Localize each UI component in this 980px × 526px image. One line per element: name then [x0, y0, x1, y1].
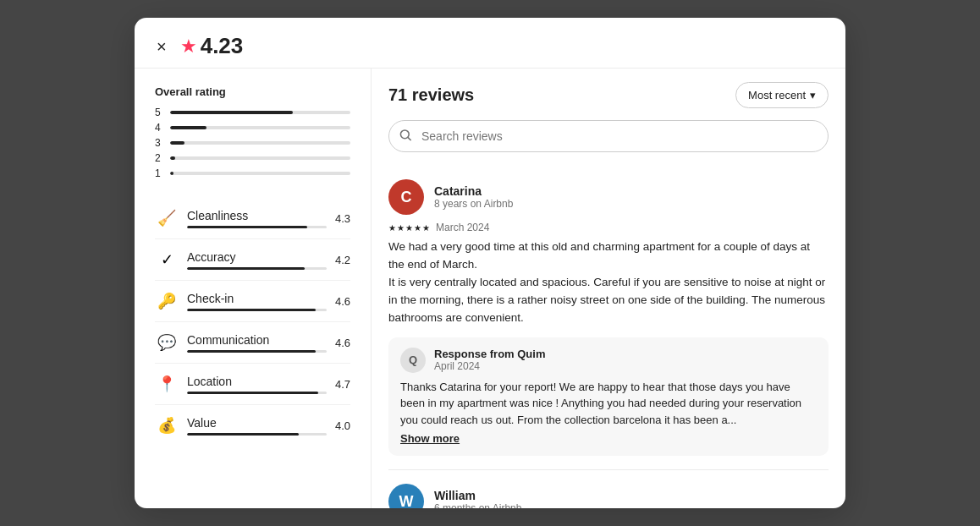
response-avatar: Q	[400, 348, 426, 373]
modal-overlay[interactable]: × ★ 4.23 Overall rating 5 4 3 2 1	[0, 0, 980, 526]
category-info: Cleanliness	[187, 209, 327, 228]
bar-track	[170, 156, 350, 160]
category-score: 4.3	[335, 212, 350, 225]
modal-header: × ★ 4.23	[135, 18, 845, 68]
review-text: We had a very good time at this old and …	[388, 238, 829, 327]
reviewer-name: William	[434, 489, 829, 502]
bar-track	[170, 126, 350, 129]
category-icon: 💰	[155, 414, 179, 437]
category-bar-track	[187, 267, 327, 270]
bar-track	[170, 111, 350, 114]
bar-fill	[170, 172, 173, 175]
category-score: 4.7	[335, 378, 350, 391]
review-date: March 2024	[436, 222, 489, 233]
response-header: Q Response from Quim April 2024	[400, 348, 817, 373]
category-bar-fill	[187, 267, 305, 270]
category-score: 4.2	[335, 254, 350, 266]
review-stars-row: ★★★★★ March 2024	[388, 222, 829, 233]
reviewer-row: W William 6 months on Airbnb	[388, 484, 829, 508]
category-name: Accuracy	[187, 250, 327, 264]
rating-bar-row: 5	[155, 107, 350, 118]
category-bar-track	[187, 309, 327, 311]
svg-line-1	[408, 138, 410, 140]
category-bar-fill	[187, 226, 307, 228]
modal-body: Overall rating 5 4 3 2 1 🧹 Cleanliness	[135, 68, 845, 508]
category-bar-fill	[187, 309, 316, 311]
category-bar-track	[187, 226, 327, 228]
category-score: 4.6	[335, 295, 350, 308]
left-panel: Overall rating 5 4 3 2 1 🧹 Cleanliness	[135, 68, 372, 508]
star-icon: ★	[180, 36, 197, 58]
category-bar-fill	[187, 350, 316, 353]
reviewer-since: 6 months on Airbnb	[434, 502, 829, 508]
rating-category: 🧹 Cleanliness 4.3	[155, 198, 350, 239]
category-bar-track	[187, 350, 327, 353]
category-icon: 📍	[155, 372, 179, 396]
review-card: C Catarina 8 years on Airbnb ★★★★★ March…	[388, 166, 829, 470]
bar-num: 5	[155, 107, 163, 118]
category-bar-track	[187, 433, 327, 436]
category-name: Value	[187, 416, 327, 430]
right-panel: 71 reviews Most recent ▾	[372, 68, 845, 508]
reviews-count: 71 reviews	[388, 85, 474, 105]
bar-num: 2	[155, 152, 163, 164]
category-score: 4.6	[335, 337, 350, 349]
category-bar-fill	[187, 392, 318, 394]
bar-fill	[170, 111, 293, 114]
bar-track	[170, 172, 350, 175]
most-recent-button[interactable]: Most recent ▾	[735, 82, 829, 108]
response-name: Response from Quim	[434, 348, 545, 360]
reviews-modal: × ★ 4.23 Overall rating 5 4 3 2 1	[135, 18, 845, 508]
bar-track	[170, 141, 350, 145]
category-icon: 🔑	[155, 289, 179, 313]
response-text: Thanks Catarina for your report! We are …	[400, 379, 817, 429]
rating-category: ✓ Accuracy 4.2	[155, 239, 350, 281]
rating-bars: 5 4 3 2 1	[155, 107, 350, 179]
category-icon: 💬	[155, 331, 179, 354]
bar-fill	[170, 126, 206, 129]
category-name: Cleanliness	[187, 209, 327, 222]
bar-fill	[170, 156, 175, 160]
bar-fill	[170, 141, 184, 145]
response-date: April 2024	[434, 360, 545, 372]
avatar: W	[388, 484, 424, 508]
close-button[interactable]: ×	[155, 36, 168, 57]
rating-bar-row: 3	[155, 137, 350, 149]
reviewer-meta: William 6 months on Airbnb	[434, 489, 829, 508]
review-card: W William 6 months on Airbnb ★★★★★ March…	[388, 470, 829, 508]
category-score: 4.0	[335, 419, 350, 432]
rating-category: 💬 Communication 4.6	[155, 322, 350, 364]
category-name: Location	[187, 375, 327, 388]
chevron-down-icon: ▾	[810, 89, 816, 101]
rating-bar-row: 2	[155, 152, 350, 164]
rating-category: 💰 Value 4.0	[155, 405, 350, 446]
reviewer-row: C Catarina 8 years on Airbnb	[388, 179, 829, 215]
reviews-list: C Catarina 8 years on Airbnb ★★★★★ March…	[388, 166, 829, 508]
rating-bar-row: 1	[155, 167, 350, 179]
rating-category: 🔑 Check-in 4.6	[155, 281, 350, 322]
rating-category: 📍 Location 4.7	[155, 364, 350, 405]
category-name: Communication	[187, 333, 327, 347]
show-more-button[interactable]: Show more	[400, 432, 460, 445]
search-icon	[399, 129, 411, 144]
category-name: Check-in	[187, 292, 327, 305]
category-icon: ✓	[155, 248, 179, 271]
overall-rating-label: Overall rating	[155, 85, 350, 98]
category-info: Check-in	[187, 292, 327, 311]
reviews-header: 71 reviews Most recent ▾	[388, 82, 829, 108]
search-input[interactable]	[388, 120, 829, 152]
reviewer-since: 8 years on Airbnb	[434, 198, 829, 210]
category-bar-fill	[187, 433, 299, 436]
modal-score: 4.23	[201, 33, 244, 59]
response-block: Q Response from Quim April 2024 Thanks C…	[388, 337, 829, 457]
category-info: Location	[187, 375, 327, 394]
search-box	[388, 120, 829, 152]
response-meta: Response from Quim April 2024	[434, 348, 545, 372]
categories-list: 🧹 Cleanliness 4.3 ✓ Accuracy 4.2 🔑 Check…	[155, 198, 350, 446]
star-icons: ★★★★★	[388, 223, 431, 233]
category-bar-track	[187, 392, 327, 394]
rating-bar-row: 4	[155, 122, 350, 134]
category-info: Accuracy	[187, 250, 327, 270]
bar-num: 1	[155, 167, 163, 179]
category-info: Value	[187, 416, 327, 436]
